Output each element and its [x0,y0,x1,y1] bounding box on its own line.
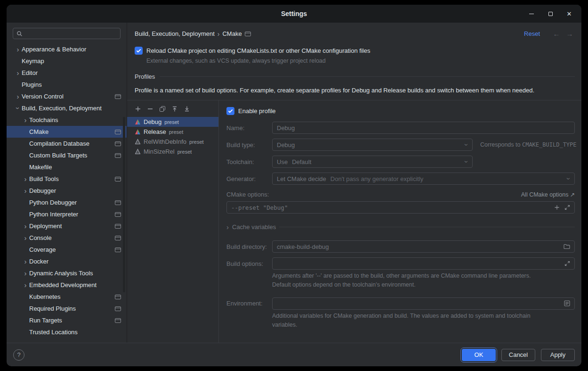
project-level-icon [115,200,121,205]
sidebar-item-editor[interactable]: ›Editor [7,67,127,79]
sidebar-item-embedded-development[interactable]: ›Embedded Development [7,279,127,291]
sidebar-item-kubernetes[interactable]: Kubernetes [7,291,127,303]
sidebar-item-docker[interactable]: ›Docker [7,256,127,267]
apply-button[interactable]: Apply [541,349,575,361]
close-button[interactable]: ✕ [565,10,573,17]
breadcrumb: Build, Execution, Deployment › CMake Res… [135,30,575,38]
cache-variables-divider [279,227,575,227]
variables-list-icon[interactable] [564,300,570,306]
sidebar-item-python-interpreter[interactable]: Python Interpreter [7,208,127,220]
name-input[interactable]: Debug [272,122,575,134]
move-up-button[interactable] [171,105,178,113]
sidebar-item-deployment[interactable]: ›Deployment [7,220,127,232]
sidebar-item-python-debugger[interactable]: Python Debugger [7,197,127,208]
enable-profile-checkbox[interactable] [226,107,234,115]
expand-editor-icon[interactable] [564,261,570,266]
sidebar-scrollbar[interactable] [123,117,125,292]
expand-editor-icon[interactable] [564,205,570,210]
sidebar-item-version-control[interactable]: ›Version Control [7,91,127,102]
add-profile-button[interactable] [134,105,142,113]
toolchain-select[interactable]: Use Default › [272,156,473,168]
sidebar-item-run-targets[interactable]: Run Targets [7,314,127,326]
chevron-right-icon[interactable]: › [22,234,29,241]
reload-cmake-checkbox[interactable] [135,47,143,55]
maximize-button[interactable] [547,10,554,17]
sidebar-item-build-execution-deployment[interactable]: ›Build, Execution, Deployment [7,102,127,114]
minimize-button[interactable] [528,10,535,17]
cache-variables-toggle[interactable]: › Cache variables [226,223,575,231]
breadcrumb-separator-icon: › [217,30,220,38]
build-directory-input[interactable]: cmake-build-debug [272,240,575,253]
generator-hint: Don't pass any generator explicitly [330,175,424,182]
search-box[interactable] [13,28,121,39]
remove-profile-button[interactable] [146,105,154,113]
sidebar-item-custom-build-targets[interactable]: Custom Build Targets [7,149,127,161]
sidebar-item-plugins[interactable]: Plugins [7,79,127,91]
toolchain-row: Toolchain: Use Default › [226,156,575,168]
profiles-list-panel: DebugpresetReleasepresetRelWithDebInfopr… [127,100,219,343]
profiles-toolbar [127,104,218,117]
sidebar-item-coverage[interactable]: Coverage [7,244,127,256]
search-input[interactable] [25,30,117,37]
copy-profile-button[interactable] [159,105,166,113]
sidebar-item-trusted-locations[interactable]: Trusted Locations [7,326,127,338]
sidebar-item-build-tools[interactable]: ›Build Tools [7,173,127,185]
window-title: Settings [281,10,307,17]
build-type-hint: Corresponds to CMAKE_BUILD_TYPE [480,141,577,148]
sidebar-item-appearance-behavior[interactable]: ›Appearance & Behavior [7,43,127,55]
profile-item-release[interactable]: Releasepreset [127,127,218,137]
breadcrumb-parent[interactable]: Build, Execution, Deployment [135,30,215,37]
build-type-select[interactable]: Debug › [272,139,473,151]
chevron-down-icon[interactable]: › [15,105,22,112]
chevron-right-icon[interactable]: › [22,116,29,124]
profiles-section-header: Profiles [135,73,575,80]
reload-hint: External changes, such as VCS update, al… [146,58,575,64]
sidebar-item-debugger[interactable]: ›Debugger [7,185,127,197]
build-type-value: Debug [277,141,295,148]
environment-input[interactable] [272,297,575,310]
reset-link[interactable]: Reset [524,30,540,37]
chevron-right-icon[interactable]: › [14,93,22,100]
reload-cmake-checkbox-row[interactable]: Reload CMake project on editing CMakeLis… [135,47,575,55]
cancel-button[interactable]: Cancel [501,349,535,361]
chevron-right-icon[interactable]: › [22,281,29,289]
project-level-icon [115,247,121,252]
settings-tree: ›Appearance & BehaviorKeymap›EditorPlugi… [7,43,127,338]
chevron-right-icon[interactable]: › [22,175,29,182]
build-options-input[interactable] [272,257,575,270]
enable-profile-row[interactable]: Enable profile [226,107,575,115]
build-options-row: Build options: [226,257,575,270]
sidebar-item-console[interactable]: ›Console [7,232,127,244]
cmake-options-input[interactable]: --preset "Debug" [226,201,575,214]
chevron-right-icon[interactable]: › [22,223,29,230]
chevron-right-icon[interactable]: › [14,69,22,76]
help-button[interactable]: ? [13,349,24,361]
add-option-icon[interactable] [554,205,560,210]
sidebar-item-label: Keymap [22,58,44,65]
forward-arrow-icon[interactable]: → [564,30,575,38]
build-type-label: Build type: [226,141,272,148]
profile-item-debug[interactable]: Debugpreset [127,117,218,127]
sidebar-item-compilation-database[interactable]: Compilation Database [7,138,127,149]
chevron-right-icon[interactable]: › [22,187,29,194]
generator-select[interactable]: Let CMake decide Don't pass any generato… [272,173,575,185]
sidebar-item-toolchains[interactable]: ›Toolchains [7,114,127,126]
sidebar-item-dynamic-analysis-tools[interactable]: ›Dynamic Analysis Tools [7,267,127,279]
back-arrow-icon[interactable]: ← [551,30,562,38]
chevron-right-icon[interactable]: › [14,46,22,53]
profiles-description: Profile is a named set of build options.… [135,87,575,94]
all-cmake-options-link[interactable]: All CMake options↗ [521,191,575,198]
sidebar-item-required-plugins[interactable]: Required Plugins [7,303,127,314]
sidebar-item-cmake[interactable]: CMake [7,126,127,138]
chevron-right-icon[interactable]: › [22,270,29,277]
chevron-right-icon[interactable]: › [22,258,29,265]
folder-icon[interactable] [564,244,570,249]
ok-button[interactable]: OK [462,349,496,361]
search-icon [16,31,23,37]
profile-item-minsizerel[interactable]: MinSizeRelpreset [127,147,218,157]
move-down-button[interactable] [183,105,191,113]
project-level-icon [115,130,121,134]
sidebar-item-keymap[interactable]: Keymap [7,55,127,67]
profile-item-relwithdebinfo[interactable]: RelWithDebInfopreset [127,137,218,147]
sidebar-item-makefile[interactable]: Makefile [7,161,127,173]
